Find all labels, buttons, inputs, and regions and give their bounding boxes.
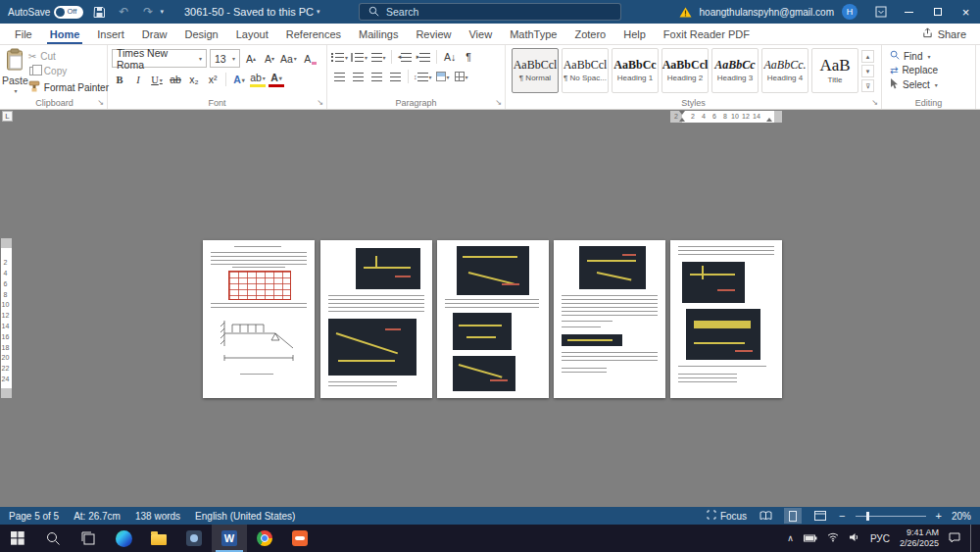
- clipboard-dialog-launcher-icon[interactable]: ↘: [97, 99, 104, 107]
- action-center-icon[interactable]: [949, 532, 960, 545]
- page-5[interactable]: [670, 240, 782, 398]
- style-heading-3[interactable]: AaBbCc Heading 3: [711, 48, 759, 93]
- styles-scroll-down-button[interactable]: ▾: [861, 65, 874, 77]
- hanging-indent-marker[interactable]: [679, 118, 685, 122]
- word-taskbar-button[interactable]: W: [212, 525, 247, 552]
- bullets-button[interactable]: ▾: [331, 49, 348, 65]
- tab-mathtype[interactable]: MathType: [501, 24, 565, 44]
- tab-layout[interactable]: Layout: [227, 24, 277, 44]
- sort-button[interactable]: A↓: [442, 49, 458, 65]
- align-center-button[interactable]: [350, 69, 366, 84]
- horizontal-ruler[interactable]: L 2 2 4 6 8 10 12 14: [0, 110, 980, 124]
- save-icon[interactable]: [90, 2, 108, 22]
- quick-access-menu-icon[interactable]: ▾: [160, 8, 164, 16]
- text-highlight-button[interactable]: ab▾: [250, 72, 266, 87]
- word-count[interactable]: 138 words: [135, 511, 180, 522]
- tab-draw[interactable]: Draw: [133, 24, 176, 44]
- page-1[interactable]: [203, 240, 315, 398]
- chrome-taskbar-button[interactable]: [247, 525, 282, 552]
- tab-mailings[interactable]: Mailings: [350, 24, 407, 44]
- keyboard-language[interactable]: РУС: [870, 533, 890, 544]
- search-box[interactable]: Search: [359, 3, 621, 21]
- tab-file[interactable]: File: [6, 24, 41, 44]
- redo-icon[interactable]: ↷: [139, 2, 157, 22]
- find-button[interactable]: Find ▾: [890, 50, 975, 62]
- battery-icon[interactable]: [804, 533, 817, 544]
- font-dialog-launcher-icon[interactable]: ↘: [317, 99, 323, 107]
- focus-button[interactable]: Focus: [707, 510, 747, 522]
- font-size-combo[interactable]: 13▾: [210, 49, 240, 68]
- style-title[interactable]: AaB Title: [811, 48, 858, 93]
- increase-indent-button[interactable]: ▸: [416, 49, 431, 65]
- zoom-slider[interactable]: [856, 516, 926, 517]
- page-2[interactable]: [320, 240, 432, 398]
- line-spacing-button[interactable]: ↕▾: [414, 69, 432, 84]
- bold-button[interactable]: B: [112, 72, 127, 87]
- tab-home[interactable]: Home: [41, 24, 89, 44]
- file-explorer-taskbar-button[interactable]: [141, 525, 176, 552]
- shrink-font-button[interactable]: A: [262, 51, 277, 67]
- tab-help[interactable]: Help: [614, 24, 655, 44]
- cursor-position[interactable]: At: 26.7cm: [74, 511, 121, 522]
- style-heading-1[interactable]: AaBbCc Heading 1: [612, 48, 659, 93]
- format-painter-button[interactable]: Format Painter: [28, 80, 109, 94]
- title-dropdown-icon[interactable]: ▾: [317, 8, 320, 16]
- align-left-button[interactable]: [331, 69, 347, 84]
- font-color-button[interactable]: A▾: [269, 72, 284, 87]
- taskbar-search-button[interactable]: [35, 525, 71, 552]
- tab-stop-selector[interactable]: L: [2, 111, 13, 122]
- style-heading-2[interactable]: AaBbCcl Heading 2: [662, 48, 709, 93]
- italic-button[interactable]: I: [130, 72, 146, 87]
- clear-formatting-button[interactable]: A: [300, 51, 316, 67]
- volume-icon[interactable]: [849, 532, 860, 544]
- show-hide-marks-button[interactable]: ¶: [461, 49, 476, 65]
- grow-font-button[interactable]: A: [243, 51, 259, 67]
- decrease-indent-button[interactable]: ◂: [397, 49, 413, 65]
- tab-zotero[interactable]: Zotero: [565, 24, 614, 44]
- start-button[interactable]: [0, 525, 35, 552]
- style-normal[interactable]: AaBbCcl ¶ Normal: [512, 48, 559, 93]
- show-desktop-button[interactable]: [970, 525, 974, 552]
- tab-review[interactable]: Review: [407, 24, 460, 44]
- share-button[interactable]: Share: [922, 24, 980, 44]
- text-effects-button[interactable]: A▾: [231, 72, 247, 87]
- first-line-indent-marker[interactable]: [679, 111, 685, 115]
- document-area[interactable]: 2 4 6 8 10 12 14 16 18 20 22 24: [0, 124, 980, 507]
- page-indicator[interactable]: Page 5 of 5: [9, 511, 59, 522]
- undo-icon[interactable]: ↶: [115, 2, 132, 22]
- replace-button[interactable]: ⇄ Replace: [890, 65, 975, 75]
- pinned-app-taskbar-button[interactable]: [176, 525, 212, 552]
- tab-insert[interactable]: Insert: [88, 24, 133, 44]
- change-case-button[interactable]: Aa▾: [280, 51, 297, 67]
- autosave-toggle[interactable]: AutoSave Off: [8, 6, 83, 19]
- subscript-button[interactable]: x₂: [186, 72, 202, 87]
- avatar[interactable]: H: [842, 4, 858, 20]
- select-button[interactable]: Select ▾: [890, 78, 975, 91]
- styles-scroll-up-button[interactable]: ▴: [861, 50, 874, 63]
- language-indicator[interactable]: English (United States): [195, 511, 295, 522]
- strikethrough-button[interactable]: ab: [168, 72, 183, 87]
- tab-foxit-reader-pdf[interactable]: Foxit Reader PDF: [655, 24, 759, 44]
- clock[interactable]: 9:41 AM 2/26/2025: [900, 527, 939, 550]
- copy-button[interactable]: Copy: [28, 66, 109, 76]
- print-layout-button[interactable]: [784, 508, 802, 524]
- vertical-ruler[interactable]: 2 4 6 8 10 12 14 16 18 20 22 24: [0, 124, 13, 507]
- tab-design[interactable]: Design: [175, 24, 226, 44]
- close-button[interactable]: ×: [952, 0, 980, 24]
- minimize-button[interactable]: [895, 0, 923, 24]
- font-family-combo[interactable]: Times New Roma▾: [112, 49, 207, 68]
- shading-button[interactable]: ▾: [435, 69, 451, 84]
- borders-button[interactable]: ▾: [454, 69, 469, 84]
- document-title[interactable]: 3061-50 - Saved to this PC: [184, 6, 314, 18]
- web-layout-button[interactable]: [811, 508, 829, 524]
- multilevel-list-button[interactable]: ▾: [370, 49, 386, 65]
- maximize-button[interactable]: [923, 0, 952, 24]
- page-4[interactable]: [554, 240, 665, 398]
- zoom-in-button[interactable]: +: [936, 510, 942, 522]
- tab-view[interactable]: View: [460, 24, 501, 44]
- cut-button[interactable]: ✂ Cut: [28, 51, 109, 62]
- foxit-taskbar-button[interactable]: [282, 525, 318, 552]
- hidden-icons-chevron[interactable]: ∧: [787, 533, 794, 543]
- right-indent-marker[interactable]: [766, 118, 772, 122]
- style-no-spacing[interactable]: AaBbCcl ¶ No Spac...: [562, 48, 609, 93]
